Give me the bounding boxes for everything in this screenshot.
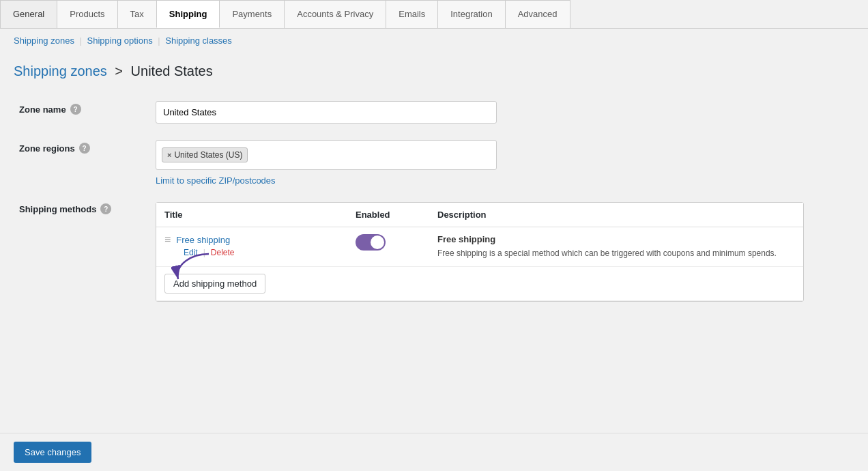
form-table: Zone name ? Zone regions ? × Uni [14,93,854,310]
region-tag-label: United States (US) [174,150,242,160]
shipping-methods-table-cell: Title Enabled Description ≡ [150,194,854,310]
save-changes-button[interactable]: Save changes [14,442,91,462]
method-name[interactable]: Free shipping [176,235,230,245]
zone-name-help-icon[interactable]: ? [70,104,81,115]
method-title-cell: ≡ Free shipping Edit | Delete [156,227,347,267]
add-shipping-method-button[interactable]: Add shipping method [164,274,265,294]
zone-name-input[interactable] [156,101,497,124]
limit-link-container: Limit to specific ZIP/postcodes [156,175,849,186]
drag-handle-icon[interactable]: ≡ [164,234,171,245]
subnav-sep-1: | [80,35,85,46]
subnav-shipping-zones[interactable]: Shipping zones [14,35,74,46]
methods-table: Title Enabled Description ≡ [156,203,803,301]
methods-table-body: ≡ Free shipping Edit | Delete [156,227,803,301]
region-input-box[interactable]: × United States (US) [156,140,497,170]
tabs-bar: General Products Tax Shipping Payments A… [0,0,868,29]
limit-zip-link[interactable]: Limit to specific ZIP/postcodes [156,175,276,186]
page-content: Shipping zones > United States Zone name… [0,53,868,462]
method-title-row: ≡ Free shipping [164,234,230,245]
method-actions: Edit | Delete [184,248,235,257]
col-header-enabled: Enabled [347,203,429,227]
zone-regions-help-icon[interactable]: ? [79,143,90,154]
method-edit-link[interactable]: Edit [184,248,198,257]
col-header-description: Description [429,203,803,227]
shipping-methods-row: Shipping methods ? Title Enabled Descrip… [14,194,854,310]
methods-table-head: Title Enabled Description [156,203,803,227]
method-delete-link[interactable]: Delete [211,248,235,257]
region-tag-remove[interactable]: × [167,151,171,159]
zone-regions-label: Zone regions [19,143,75,154]
methods-table-header-row: Title Enabled Description [156,203,803,227]
method-action-sep: | [203,248,205,257]
method-desc-text: Free shipping is a special method which … [437,247,795,259]
tab-emails[interactable]: Emails [386,0,438,28]
tab-general[interactable]: General [0,0,57,28]
save-bar: Save changes [0,433,868,462]
method-desc-title: Free shipping [437,234,795,244]
tab-accounts-privacy[interactable]: Accounts & Privacy [284,0,386,28]
tab-tax[interactable]: Tax [117,0,157,28]
zone-name-row: Zone name ? [14,93,854,132]
method-title-wrapper: ≡ Free shipping Edit | Delete [164,234,339,257]
zone-regions-row: Zone regions ? × United States (US) Limi… [14,132,854,194]
add-method-row: Add shipping method [156,267,803,301]
tab-payments[interactable]: Payments [219,0,285,28]
tab-shipping[interactable]: Shipping [156,0,220,28]
breadcrumb-link[interactable]: Shipping zones [14,63,107,78]
region-tag-us: × United States (US) [162,147,248,162]
subnav-shipping-classes[interactable]: Shipping classes [165,35,232,46]
breadcrumb-current: United States [131,63,213,78]
methods-container: Title Enabled Description ≡ [156,202,804,302]
subnav-sep-2: | [158,35,162,46]
breadcrumb-separator: > [115,63,126,78]
method-desc-cell: Free shipping Free shipping is a special… [429,227,803,267]
tab-integration[interactable]: Integration [437,0,505,28]
tab-products[interactable]: Products [57,0,117,28]
shipping-methods-label: Shipping methods [19,204,96,214]
subnav-shipping-options[interactable]: Shipping options [87,35,153,46]
shipping-methods-help-icon[interactable]: ? [100,203,111,214]
add-method-cell: Add shipping method [156,267,803,301]
zone-regions-input-cell: × United States (US) Limit to specific Z… [150,132,854,194]
col-header-title: Title [156,203,347,227]
method-enabled-cell [347,227,429,267]
zone-name-input-cell [150,93,854,132]
shipping-methods-label-cell: Shipping methods ? [14,194,150,310]
zone-regions-label-cell: Zone regions ? [14,132,150,194]
breadcrumb-heading: Shipping zones > United States [14,63,854,79]
tab-advanced[interactable]: Advanced [505,0,570,28]
subnav: Shipping zones | Shipping options | Ship… [0,29,868,53]
zone-name-label-cell: Zone name ? [14,93,150,132]
table-row: ≡ Free shipping Edit | Delete [156,227,803,267]
zone-name-label: Zone name [19,104,66,115]
method-enabled-toggle[interactable] [356,234,386,251]
